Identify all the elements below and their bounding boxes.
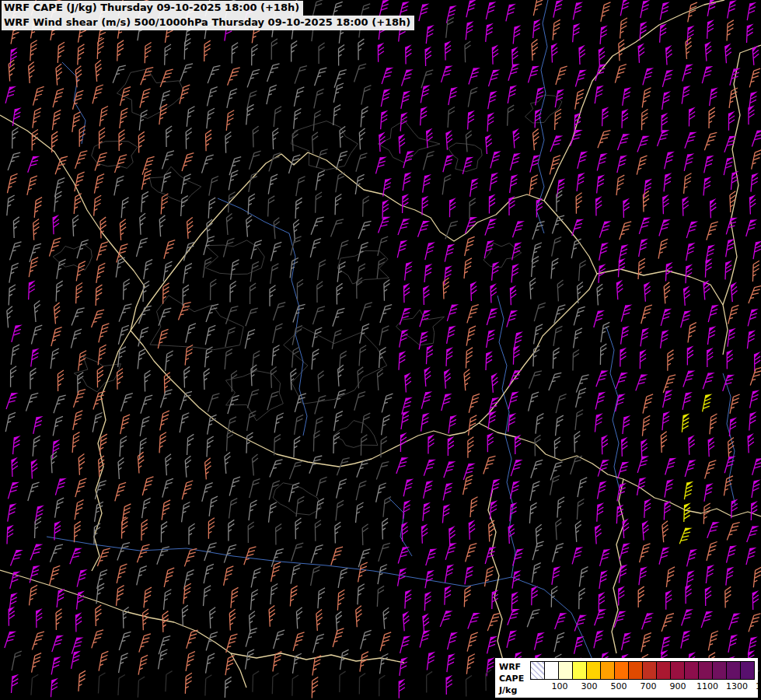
legend-swatch [558, 661, 573, 680]
legend-swatch [642, 661, 657, 680]
legend-label: 300 [581, 681, 598, 691]
map-title-shear: WRF Wind shear (m/s) 500/1000hPa Thursda… [2, 16, 414, 30]
legend-label: 100 [552, 681, 568, 691]
legend-swatch [698, 661, 713, 680]
legend-label: 500 [611, 681, 627, 691]
legend-swatch [684, 661, 699, 680]
legend-scale: 100300500700900110013001500 [530, 661, 754, 691]
legend-swatch [600, 661, 615, 680]
legend-swatch [712, 661, 727, 680]
legend-swatch [628, 661, 643, 680]
legend-label: 1500 [756, 681, 761, 691]
legend-swatch [544, 661, 559, 680]
legend-swatch [614, 661, 629, 680]
legend-swatch [670, 661, 685, 680]
legend-label: 1300 [726, 681, 748, 691]
map-title-cape: WRF CAPE (J/kg) Thursday 09-10-2025 18:0… [2, 1, 303, 16]
cape-legend: WRF CAPE J/kg 10030050070090011001300150… [495, 658, 758, 698]
legend-swatch [656, 661, 671, 680]
legend-title: WRF CAPE J/kg [499, 661, 530, 696]
legend-label: 700 [641, 681, 657, 691]
legend-swatch [572, 661, 587, 680]
legend-swatch [586, 661, 601, 680]
legend-swatch [530, 661, 545, 680]
legend-title-line: J/kg [499, 684, 530, 696]
weather-map-screen: WRF CAPE (J/kg) Thursday 09-10-2025 18:0… [0, 0, 761, 700]
legend-swatch-row [530, 661, 754, 680]
legend-title-line: CAPE [499, 673, 530, 684]
map-canvas [0, 0, 761, 700]
legend-label: 1100 [696, 681, 718, 691]
legend-label-row: 100300500700900110013001500 [530, 680, 754, 691]
legend-label: 900 [670, 681, 686, 691]
legend-swatch [740, 661, 755, 680]
legend-title-line: WRF [499, 661, 530, 673]
legend-swatch [726, 661, 741, 680]
